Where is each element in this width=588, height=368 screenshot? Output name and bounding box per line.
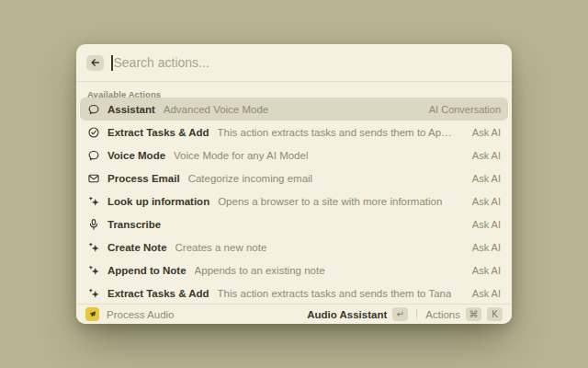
sparkles-icon: [87, 241, 100, 254]
back-arrow-icon: [90, 57, 101, 68]
k-keycap: K: [487, 307, 503, 321]
app-name: Process Audio: [107, 309, 175, 320]
action-row[interactable]: Voice ModeVoice Mode for any AI ModelAsk…: [80, 144, 508, 167]
return-keycap: ↵: [392, 307, 408, 321]
text-cursor: [111, 55, 113, 71]
action-type-label: Ask AI: [463, 127, 501, 138]
action-title: Process Email: [107, 173, 180, 184]
action-subtitle: Voice Mode for any AI Model: [174, 150, 308, 161]
action-type-label: Ask AI: [463, 288, 501, 299]
sparkles-icon: [87, 195, 100, 208]
action-subtitle: This action extracts tasks and sends the…: [218, 127, 456, 138]
action-title: Extract Tasks & Add: [107, 127, 209, 138]
microphone-icon: [87, 218, 100, 231]
sparkles-icon: [87, 287, 100, 300]
action-type-label: Ask AI: [463, 242, 501, 253]
chat-bubble-icon: [87, 149, 100, 162]
action-subtitle: Opens a browser to a site with more info…: [218, 196, 442, 207]
action-type-label: Ask AI: [463, 265, 501, 276]
sparkles-icon: [87, 264, 100, 277]
action-row[interactable]: Extract Tasks & AddThis action extracts …: [80, 121, 508, 144]
check-circle-icon: [87, 126, 100, 139]
action-subtitle: Advanced Voice Mode: [164, 104, 268, 115]
desktop-background: Available Actions AssistantAdvanced Voic…: [0, 0, 588, 368]
action-row[interactable]: Look up informationOpens a browser to a …: [80, 190, 508, 213]
envelope-icon: [87, 172, 100, 185]
primary-action-label[interactable]: Audio Assistant: [307, 309, 387, 320]
action-title: Append to Note: [107, 265, 187, 276]
action-type-label: Ask AI: [463, 173, 501, 184]
search-input[interactable]: [114, 55, 503, 70]
action-subtitle: Creates a new note: [175, 242, 267, 253]
back-button[interactable]: [86, 55, 104, 71]
action-title: Transcribe: [107, 219, 161, 230]
chat-bubble-icon: [87, 103, 100, 116]
action-title: Voice Mode: [107, 150, 165, 161]
footer-right: Audio Assistant ↵ Actions ⌘ K: [307, 307, 503, 321]
action-title: Assistant: [107, 104, 155, 115]
action-title: Look up information: [107, 196, 209, 207]
action-row[interactable]: Create NoteCreates a new noteAsk AI: [80, 236, 508, 259]
action-row[interactable]: Extract Tasks & AddThis action extracts …: [80, 282, 508, 304]
action-subtitle: Appends to an existing note: [195, 265, 325, 276]
action-subtitle: This action extracts tasks and sends the…: [218, 288, 452, 299]
action-type-label: Ask AI: [463, 150, 501, 161]
megaphone-icon: [85, 307, 99, 321]
action-list: AssistantAdvanced Voice ModeAI Conversat…: [76, 98, 512, 304]
action-title: Create Note: [107, 242, 167, 253]
actions-menu-label[interactable]: Actions: [425, 309, 460, 320]
command-palette-window: Available Actions AssistantAdvanced Voic…: [76, 44, 512, 324]
action-title: Extract Tasks & Add: [107, 288, 209, 299]
action-type-label: Ask AI: [463, 219, 501, 230]
action-type-label: AI Conversation: [420, 104, 501, 115]
action-type-label: Ask AI: [463, 196, 501, 207]
action-row[interactable]: Process EmailCategorize incoming emailAs…: [80, 167, 508, 190]
action-row[interactable]: AssistantAdvanced Voice ModeAI Conversat…: [80, 98, 508, 121]
footer: Process Audio Audio Assistant ↵ Actions …: [76, 304, 512, 324]
action-row[interactable]: TranscribeAsk AI: [80, 213, 508, 236]
footer-divider: [416, 309, 417, 319]
action-row[interactable]: Append to NoteAppends to an existing not…: [80, 259, 508, 282]
action-subtitle: Categorize incoming email: [188, 173, 313, 184]
command-keycap: ⌘: [466, 307, 481, 321]
search-header: [76, 44, 512, 81]
